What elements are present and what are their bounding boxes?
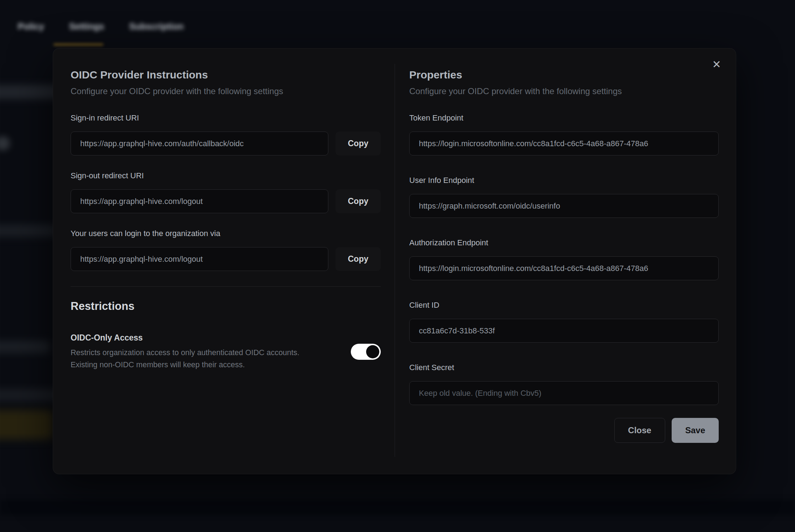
blurred-background-text [0, 225, 57, 237]
oidc-only-access-toggle[interactable] [351, 344, 381, 360]
save-button[interactable]: Save [672, 418, 719, 443]
properties-subtitle: Configure your OIDC provider with the fo… [409, 86, 719, 97]
authorization-endpoint-input[interactable] [409, 256, 719, 280]
tab-subscription[interactable]: Subscription [129, 21, 184, 32]
client-id-field: Client ID [409, 300, 719, 343]
oidc-only-access-row: OIDC-Only Access Restricts organization … [71, 332, 381, 371]
authorization-endpoint-field: Authorization Endpoint [409, 238, 719, 280]
tab-settings[interactable]: Settings [69, 21, 104, 32]
signin-redirect-input[interactable] [71, 132, 328, 155]
client-id-input[interactable] [409, 319, 719, 343]
blurred-background-text [0, 341, 50, 353]
signin-redirect-label: Sign-in redirect URI [71, 113, 381, 123]
close-button[interactable]: Close [614, 418, 665, 443]
oidc-settings-modal: ✕ OIDC Provider Instructions Configure y… [53, 48, 736, 474]
background-tab-bar: Policy Settings Subscription [18, 21, 184, 32]
tab-policy[interactable]: Policy [18, 21, 44, 32]
oidc-only-access-label: OIDC-Only Access [71, 332, 299, 343]
copy-signout-button[interactable]: Copy [335, 189, 381, 213]
properties-title: Properties [409, 68, 719, 82]
description-line-1: Restricts organization access to only au… [71, 348, 299, 357]
client-id-label: Client ID [409, 300, 719, 310]
copy-login-via-button[interactable]: Copy [335, 247, 381, 271]
signout-redirect-field: Sign-out redirect URI Copy [71, 171, 381, 213]
token-endpoint-input[interactable] [409, 132, 719, 155]
userinfo-endpoint-input[interactable] [409, 194, 719, 218]
client-secret-field: Client Secret [409, 363, 719, 405]
signin-redirect-field: Sign-in redirect URI Copy [71, 113, 381, 155]
signout-redirect-label: Sign-out redirect URI [71, 171, 381, 181]
column-divider [395, 64, 395, 457]
toggle-knob [366, 345, 379, 358]
instructions-title: OIDC Provider Instructions [71, 68, 381, 82]
copy-signin-button[interactable]: Copy [335, 132, 381, 155]
active-tab-underline [53, 44, 103, 46]
token-endpoint-field: Token Endpoint [409, 113, 719, 155]
section-divider [71, 286, 381, 287]
blurred-background-text [0, 85, 61, 99]
description-line-2: Existing non-OIDC members will keep thei… [71, 360, 245, 369]
oidc-only-access-description: Restricts organization access to only au… [71, 347, 299, 371]
background-bottom-band [0, 500, 795, 515]
token-endpoint-label: Token Endpoint [409, 113, 719, 123]
login-via-label: Your users can login to the organization… [71, 229, 381, 239]
signout-redirect-input[interactable] [71, 189, 328, 213]
blurred-background-text [0, 389, 61, 401]
authorization-endpoint-label: Authorization Endpoint [409, 238, 719, 248]
blurred-background-dot [0, 136, 10, 150]
userinfo-endpoint-field: User Info Endpoint [409, 175, 719, 218]
properties-column: Properties Configure your OIDC provider … [409, 68, 719, 443]
login-via-input[interactable] [71, 247, 328, 271]
instructions-subtitle: Configure your OIDC provider with the fo… [71, 86, 381, 97]
login-via-field: Your users can login to the organization… [71, 229, 381, 271]
blurred-background-button [0, 410, 53, 439]
oidc-only-access-text: OIDC-Only Access Restricts organization … [71, 332, 299, 371]
instructions-column: OIDC Provider Instructions Configure you… [71, 68, 381, 371]
restrictions-heading: Restrictions [71, 300, 381, 313]
client-secret-label: Client Secret [409, 363, 719, 373]
modal-actions: Close Save [409, 418, 719, 443]
userinfo-endpoint-label: User Info Endpoint [409, 175, 719, 185]
client-secret-input[interactable] [409, 381, 719, 405]
